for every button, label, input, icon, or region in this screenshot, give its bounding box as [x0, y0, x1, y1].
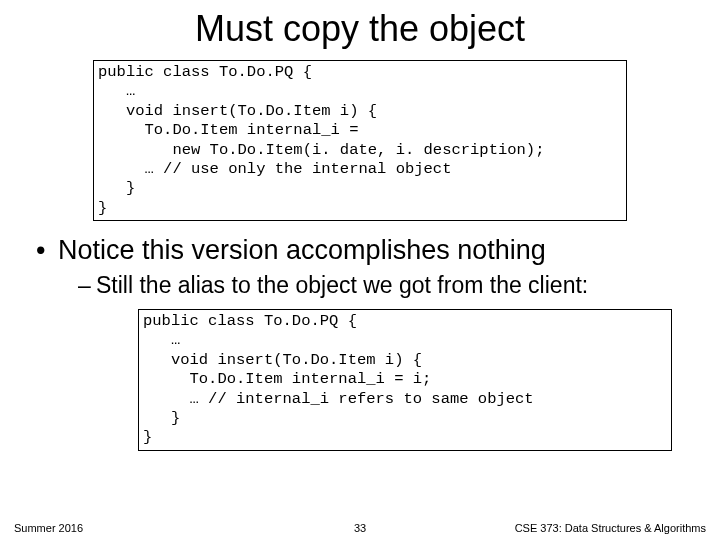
code-block-1: public class To.Do.PQ { … void insert(To… — [93, 60, 627, 221]
subbullet-text: Still the alias to the object we got fro… — [96, 272, 588, 298]
slide-title: Must copy the object — [0, 0, 720, 60]
bullet-main: •Notice this version accomplishes nothin… — [36, 235, 696, 266]
footer-course: CSE 373: Data Structures & Algorithms — [515, 522, 706, 534]
bullet-text: Notice this version accomplishes nothing — [58, 235, 546, 265]
code-block-2: public class To.Do.PQ { … void insert(To… — [138, 309, 672, 451]
subbullet: –Still the alias to the object we got fr… — [36, 272, 696, 299]
body-content: •Notice this version accomplishes nothin… — [0, 235, 720, 299]
